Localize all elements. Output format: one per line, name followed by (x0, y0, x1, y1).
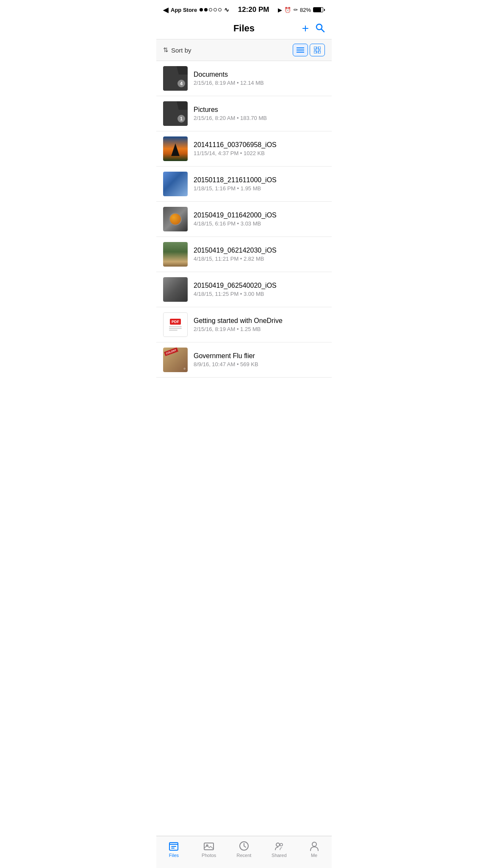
list-item[interactable]: 20150118_211611000_iOS 1/18/15, 1:16 PM … (156, 167, 332, 202)
list-item[interactable]: 20150419_062142030_iOS 4/18/15, 11:21 PM… (156, 237, 332, 272)
grid-view-button[interactable] (310, 44, 325, 56)
back-arrow-icon: ◀ (163, 6, 168, 14)
file-meta: 4/18/15, 11:25 PM • 3.00 MB (194, 291, 325, 297)
file-thumbnail: 1 (163, 101, 188, 126)
wifi-icon: ∿ (224, 6, 229, 13)
file-name: 20150419_062142030_iOS (194, 247, 325, 254)
file-meta: 2/15/16, 8:19 AM • 1.25 MB (194, 326, 325, 332)
file-thumbnail: 4 (163, 66, 188, 91)
status-bar: ◀ App Store ∿ 12:20 PM ▶ ⏰ ⚰ 82% (156, 0, 332, 19)
svg-rect-8 (318, 51, 321, 53)
file-info: 20150419_062142030_iOS 4/18/15, 11:21 PM… (194, 247, 325, 262)
file-info: Getting started with OneDrive 2/15/16, 8… (194, 317, 325, 332)
file-thumbnail: PDF (163, 312, 188, 337)
signal-dots (200, 8, 222, 11)
sort-bar: ⇅ Sort by (156, 39, 332, 61)
list-item[interactable]: 1 Pictures 2/15/16, 8:20 AM • 183.70 MB (156, 96, 332, 131)
file-name: 20150419_011642000_iOS (194, 211, 325, 219)
file-thumbnail (163, 136, 188, 161)
sort-button[interactable]: ⇅ Sort by (163, 46, 191, 54)
bluetooth-icon: ⚰ (293, 7, 298, 13)
file-list: 4 Documents 2/15/16, 8:19 AM • 12.14 MB … (156, 61, 332, 378)
file-thumbnail: COLONY ⚙ (163, 348, 188, 372)
list-view-icon (297, 47, 304, 53)
file-name: Documents (194, 71, 325, 78)
file-name: Getting started with OneDrive (194, 317, 325, 325)
location-icon: ▶ (278, 7, 282, 13)
list-item[interactable]: 20150419_011642000_iOS 4/18/15, 6:16 PM … (156, 202, 332, 237)
file-thumbnail (163, 207, 188, 231)
list-item[interactable]: 20150419_062540020_iOS 4/18/15, 11:25 PM… (156, 272, 332, 307)
file-thumbnail (163, 277, 188, 302)
nav-actions: + (302, 22, 325, 34)
sort-label: Sort by (171, 47, 191, 54)
list-item[interactable]: PDF Getting started with OneDrive 2/15/1… (156, 307, 332, 342)
file-meta: 1/18/15, 1:16 PM • 1.95 MB (194, 185, 325, 192)
sort-arrows-icon: ⇅ (163, 46, 169, 54)
file-meta: 4/18/15, 6:16 PM • 3.03 MB (194, 220, 325, 227)
svg-rect-7 (314, 51, 316, 53)
file-name: 20141116_003706958_iOS (194, 141, 325, 149)
file-name: Pictures (194, 106, 325, 114)
file-name: 20150118_211611000_iOS (194, 176, 325, 184)
page-title: Files (233, 23, 255, 34)
file-meta: 8/9/16, 10:47 AM • 569 KB (194, 361, 325, 367)
list-view-button[interactable] (293, 44, 308, 56)
list-item[interactable]: COLONY ⚙ Government Flu flier 8/9/16, 10… (156, 342, 332, 378)
search-icon (315, 22, 325, 33)
file-meta: 2/15/16, 8:20 AM • 183.70 MB (194, 115, 325, 121)
grid-view-icon (314, 47, 321, 53)
file-info: 20141116_003706958_iOS 11/15/14, 4:37 PM… (194, 141, 325, 156)
status-right: ▶ ⏰ ⚰ 82% (278, 7, 325, 13)
file-thumbnail (163, 172, 188, 196)
file-meta: 2/15/16, 8:19 AM • 12.14 MB (194, 80, 325, 86)
list-item[interactable]: 4 Documents 2/15/16, 8:19 AM • 12.14 MB (156, 61, 332, 96)
file-info: 20150419_062540020_iOS 4/18/15, 11:25 PM… (194, 282, 325, 297)
file-info: 20150419_011642000_iOS 4/18/15, 6:16 PM … (194, 211, 325, 227)
add-button[interactable]: + (302, 22, 309, 34)
svg-rect-6 (318, 47, 321, 49)
battery-percent: 82% (300, 7, 311, 13)
file-meta: 11/15/14, 4:37 PM • 1022 KB (194, 150, 325, 156)
svg-line-1 (322, 29, 324, 32)
battery-indicator (313, 7, 325, 12)
file-info: 20150118_211611000_iOS 1/18/15, 1:16 PM … (194, 176, 325, 192)
view-toggle (293, 44, 325, 56)
file-info: Documents 2/15/16, 8:19 AM • 12.14 MB (194, 71, 325, 86)
carrier-label: App Store (171, 7, 197, 13)
file-info: Pictures 2/15/16, 8:20 AM • 183.70 MB (194, 106, 325, 121)
svg-rect-5 (314, 47, 316, 49)
alarm-icon: ⏰ (284, 7, 291, 13)
status-left: ◀ App Store ∿ (163, 6, 229, 14)
file-meta: 4/18/15, 11:21 PM • 2.82 MB (194, 256, 325, 262)
file-thumbnail (163, 242, 188, 267)
file-name: 20150419_062540020_iOS (194, 282, 325, 289)
status-time: 12:20 PM (238, 6, 269, 14)
file-name: Government Flu flier (194, 352, 325, 360)
search-button[interactable] (315, 22, 325, 34)
file-info: Government Flu flier 8/9/16, 10:47 AM • … (194, 352, 325, 367)
list-item[interactable]: 20141116_003706958_iOS 11/15/14, 4:37 PM… (156, 131, 332, 167)
nav-bar: Files + (156, 19, 332, 39)
